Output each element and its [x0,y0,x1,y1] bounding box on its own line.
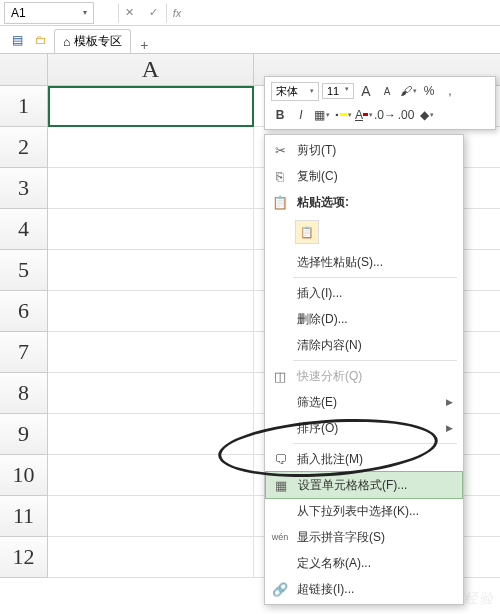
menu-define-name[interactable]: 定义名称(A)... [265,550,463,576]
menu-sort[interactable]: 排序(O) ▶ [265,415,463,441]
row-header[interactable]: 12 [0,537,48,578]
menu-format-cells[interactable]: ▦ 设置单元格格式(F)... [265,471,463,499]
increase-decimal-button[interactable]: .00 [397,106,415,124]
menu-cut[interactable]: ✂ 剪切(T) [265,137,463,163]
cell[interactable] [48,455,254,496]
row-header[interactable]: 1 [0,86,48,127]
row-header[interactable]: 2 [0,127,48,168]
menu-filter-label: 筛选(E) [297,394,438,411]
font-name-select[interactable]: 宋体▾ [271,82,319,101]
document-tabs: ▤ 🗀 ⌂ 模板专区 + [0,26,500,54]
cell[interactable] [48,291,254,332]
menu-hyperlink-label: 超链接(I)... [297,581,453,598]
menu-cut-label: 剪切(T) [297,142,453,159]
home-icon: ⌂ [63,35,70,49]
copy-icon: ⎘ [271,167,289,185]
insert-function-button[interactable]: fx [166,3,188,23]
fill-color-button[interactable]: 🞍▾ [334,106,352,124]
menu-insert-comment[interactable]: 🗨 插入批注(M) [265,446,463,472]
menu-insert-label: 插入(I)... [297,285,453,302]
menu-phonetic-label: 显示拼音字段(S) [297,529,453,546]
new-tab-button[interactable]: + [133,37,155,53]
cell-A1[interactable] [48,86,254,127]
cell[interactable] [48,496,254,537]
comment-icon: 🗨 [271,450,289,468]
paste-options-label: 粘贴选项: [297,194,453,211]
confirm-formula-button[interactable]: ✓ [142,3,164,23]
cell[interactable] [48,414,254,455]
formula-buttons: ✕ ✓ fx [118,3,188,23]
tab-template-label: 模板专区 [74,33,122,50]
quick-analysis-icon: ◫ [271,367,289,385]
font-color-button[interactable]: A▾ [355,106,373,124]
menu-insert[interactable]: 插入(I)... [265,280,463,306]
menu-hyperlink[interactable]: 🔗 超链接(I)... [265,576,463,602]
format-painter-icon[interactable]: 🖌▾ [399,82,417,100]
comma-style-button[interactable]: , [441,82,459,100]
row-header[interactable]: 3 [0,168,48,209]
menu-copy[interactable]: ⎘ 复制(C) [265,163,463,189]
increase-font-button[interactable]: A [357,82,375,100]
cell[interactable] [48,250,254,291]
menu-delete[interactable]: 删除(D)... [265,306,463,332]
paste-option-default[interactable]: 📋 [295,220,319,244]
bold-button[interactable]: B [271,106,289,124]
column-header-A[interactable]: A [48,54,254,85]
row-header[interactable]: 8 [0,373,48,414]
cell[interactable] [48,168,254,209]
separator [293,277,457,278]
name-box-arrow-icon[interactable]: ▾ [83,8,87,17]
menu-sort-label: 排序(O) [297,420,438,437]
name-box-value: A1 [11,6,26,20]
percent-button[interactable]: % [420,82,438,100]
cell[interactable] [48,209,254,250]
row-header[interactable]: 10 [0,455,48,496]
name-box[interactable]: A1 ▾ [4,2,94,24]
cell[interactable] [48,373,254,414]
menu-paste-special-label: 选择性粘贴(S)... [297,254,453,271]
row-header[interactable]: 6 [0,291,48,332]
menu-format-cells-label: 设置单元格格式(F)... [298,477,452,494]
menu-delete-label: 删除(D)... [297,311,453,328]
more-formats-button[interactable]: ◆▾ [418,106,436,124]
hyperlink-icon: 🔗 [271,580,289,598]
mini-toolbar: 宋体▾ 11▾ A A 🖌▾ % , B I ▦▾ 🞍▾ A▾ .0→ .00 … [264,76,496,130]
menu-clear-contents[interactable]: 清除内容(N) [265,332,463,358]
submenu-arrow-icon: ▶ [446,423,453,433]
menu-quick-analysis-label: 快速分析(Q) [297,368,453,385]
border-button[interactable]: ▦▾ [313,106,331,124]
menu-show-phonetic[interactable]: wén 显示拼音字段(S) [265,524,463,550]
separator [293,443,457,444]
menu-paste-special[interactable]: 选择性粘贴(S)... [265,249,463,275]
menu-filter[interactable]: 筛选(E) ▶ [265,389,463,415]
row-header[interactable]: 9 [0,414,48,455]
document-icon[interactable]: ▤ [6,29,28,51]
menu-comment-label: 插入批注(M) [297,451,453,468]
format-cells-icon: ▦ [272,476,290,494]
tab-template-zone[interactable]: ⌂ 模板专区 [54,29,131,53]
select-all-corner[interactable] [0,54,48,85]
cell[interactable] [48,537,254,578]
row-header[interactable]: 11 [0,496,48,537]
row-header[interactable]: 4 [0,209,48,250]
menu-define-name-label: 定义名称(A)... [297,555,453,572]
font-size-label: 11 [327,85,339,97]
menu-copy-label: 复制(C) [297,168,453,185]
folder-icon[interactable]: 🗀 [30,29,52,51]
decrease-font-button[interactable]: A [378,82,396,100]
font-size-select[interactable]: 11▾ [322,83,354,99]
menu-quick-analysis: ◫ 快速分析(Q) [265,363,463,389]
scissors-icon: ✂ [271,141,289,159]
font-name-label: 宋体 [276,84,298,99]
menu-pick-from-list[interactable]: 从下拉列表中选择(K)... [265,498,463,524]
clipboard-icon: 📋 [271,193,289,211]
decrease-decimal-button[interactable]: .0→ [376,106,394,124]
cell[interactable] [48,127,254,168]
phonetic-icon: wén [271,528,289,546]
row-header[interactable]: 7 [0,332,48,373]
menu-pick-list-label: 从下拉列表中选择(K)... [297,503,453,520]
row-header[interactable]: 5 [0,250,48,291]
cancel-formula-button[interactable]: ✕ [118,3,140,23]
cell[interactable] [48,332,254,373]
italic-button[interactable]: I [292,106,310,124]
